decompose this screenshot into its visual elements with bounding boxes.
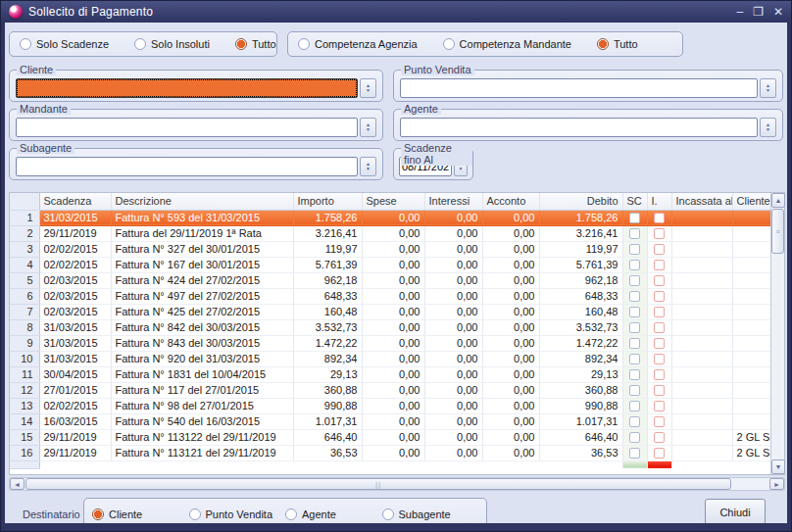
i-checkbox[interactable] bbox=[654, 307, 665, 317]
horizontal-scroll-thumb[interactable]: || bbox=[25, 478, 731, 490]
column-header-I.[interactable]: I. bbox=[647, 193, 671, 210]
sc-checkbox[interactable] bbox=[629, 307, 640, 317]
radio-tutto[interactable]: Tutto bbox=[597, 38, 638, 50]
i-checkbox[interactable] bbox=[654, 385, 665, 396]
sc-checkbox[interactable] bbox=[629, 260, 640, 270]
sc-checkbox[interactable] bbox=[629, 369, 640, 380]
maximize-icon[interactable]: ❐ bbox=[753, 6, 764, 18]
i-checkbox[interactable] bbox=[654, 213, 665, 223]
radio-solo-scadenze[interactable]: Solo Scadenze bbox=[20, 38, 109, 50]
i-checkbox[interactable] bbox=[654, 338, 665, 349]
table-row[interactable]: 931/03/2015Fattura N° 843 del 30/03/2015… bbox=[10, 335, 771, 351]
sc-checkbox[interactable] bbox=[629, 385, 640, 396]
sc-checkbox[interactable] bbox=[629, 354, 640, 364]
radio-punto-vendita[interactable]: Punto Vendita bbox=[189, 508, 286, 520]
vertical-scroll-thumb[interactable]: ≡ bbox=[771, 209, 784, 254]
chiudi-button[interactable]: Chiudi bbox=[705, 499, 766, 523]
table-row[interactable]: 1227/01/2015Fattura N° 117 del 27/01/201… bbox=[10, 382, 771, 398]
column-header-Cliente[interactable]: Cliente bbox=[732, 193, 771, 210]
cell-interessi: 0,00 bbox=[424, 429, 482, 445]
column-header-Descrizione[interactable]: Descrizione bbox=[111, 193, 293, 210]
table-row[interactable]: 131/03/2015Fattura N° 593 del 31/03/2015… bbox=[10, 210, 771, 225]
table-row[interactable]: 702/03/2015Fattura N° 425 del 27/02/2015… bbox=[10, 304, 771, 319]
column-header-Incassata al[interactable]: Incassata al bbox=[671, 193, 732, 210]
vertical-scrollbar[interactable]: ▲ ≡ ▼ bbox=[770, 193, 784, 474]
table-row[interactable]: 229/11/2019Fattura del 29/11/2019 1ª Rat… bbox=[10, 225, 771, 241]
minimize-icon[interactable]: – bbox=[736, 6, 743, 18]
table-row[interactable]: 602/03/2015Fattura N° 497 del 27/02/2015… bbox=[10, 288, 771, 304]
i-checkbox[interactable] bbox=[654, 260, 665, 270]
scroll-left-icon[interactable]: ◄ bbox=[10, 478, 25, 490]
sc-checkbox[interactable] bbox=[629, 228, 640, 239]
i-checkbox[interactable] bbox=[654, 369, 665, 380]
radio-cliente[interactable]: Cliente bbox=[92, 508, 189, 520]
column-header-Scadenza[interactable]: Scadenza bbox=[39, 193, 111, 210]
table-row[interactable]: 402/02/2015Fattura N° 167 del 30/01/2015… bbox=[10, 257, 771, 272]
cell-sc bbox=[622, 225, 647, 241]
scroll-right-icon[interactable]: ► bbox=[769, 478, 784, 490]
sc-checkbox[interactable] bbox=[629, 291, 640, 302]
horizontal-scrollbar[interactable]: ◄ || ► bbox=[9, 477, 785, 491]
scroll-down-icon[interactable]: ▼ bbox=[771, 459, 785, 474]
sc-checkbox[interactable] bbox=[629, 416, 640, 427]
sc-checkbox[interactable] bbox=[629, 432, 640, 443]
table-row[interactable]: 302/02/2015Fattura N° 327 del 30/01/2015… bbox=[10, 241, 771, 257]
column-header-Interessi[interactable]: Interessi bbox=[424, 193, 482, 210]
cell-incassata_al bbox=[671, 304, 732, 319]
column-header-Acconto[interactable]: Acconto bbox=[482, 193, 539, 210]
i-checkbox[interactable] bbox=[654, 448, 665, 459]
i-checkbox[interactable] bbox=[654, 354, 665, 364]
scroll-up-icon[interactable]: ▲ bbox=[771, 193, 785, 208]
column-header-Importo[interactable]: Importo bbox=[293, 193, 362, 210]
radio-subagente[interactable]: Subagente bbox=[382, 508, 479, 520]
sc-checkbox[interactable] bbox=[629, 401, 640, 411]
subagente-spinner[interactable]: ▲▼ bbox=[360, 157, 376, 176]
table-row[interactable]: 502/03/2015Fattura N° 424 del 27/02/2015… bbox=[10, 272, 771, 288]
radio-agente[interactable]: Agente bbox=[285, 508, 382, 520]
table-row[interactable]: 1629/11/2019Fattura N° 113121 del 29/11/… bbox=[10, 445, 771, 460]
cell-spese: 0,00 bbox=[362, 335, 424, 351]
table-row[interactable]: 1302/02/2015Fattura N° 98 del 27/01/2015… bbox=[10, 398, 771, 413]
cell-cliente: 2 GL SICU bbox=[732, 445, 771, 460]
table-row[interactable]: 831/03/2015Fattura N° 842 del 30/03/2015… bbox=[10, 319, 771, 335]
agente-input[interactable] bbox=[400, 118, 758, 137]
title-bar[interactable]: Sollecito di Pagamento – ❐ ✕ bbox=[1, 1, 791, 23]
i-checkbox[interactable] bbox=[654, 228, 665, 239]
i-checkbox[interactable] bbox=[654, 275, 665, 286]
punto-vendita-spinner[interactable]: ▲▼ bbox=[760, 78, 776, 98]
radio-solo-insoluti[interactable]: Solo Insoluti bbox=[134, 38, 210, 50]
column-header-rownum[interactable] bbox=[10, 193, 39, 210]
i-checkbox[interactable] bbox=[654, 244, 665, 255]
table-row[interactable]: 1416/03/2015Fattura N° 540 del 16/03/201… bbox=[10, 413, 771, 429]
column-header-SC[interactable]: SC bbox=[622, 193, 647, 210]
table-row[interactable]: 1031/03/2015Fattura N° 920 del 31/03/201… bbox=[10, 351, 771, 366]
sc-checkbox[interactable] bbox=[629, 338, 640, 349]
i-checkbox[interactable] bbox=[654, 432, 665, 443]
cell-importo: 892,34 bbox=[293, 351, 362, 366]
radio-tutto[interactable]: Tutto bbox=[235, 38, 276, 50]
radio-competenza-agenzia[interactable]: Competenza Agenzia bbox=[298, 38, 418, 50]
i-checkbox[interactable] bbox=[654, 416, 665, 427]
i-checkbox[interactable] bbox=[654, 401, 665, 411]
agente-spinner[interactable]: ▲▼ bbox=[760, 118, 776, 137]
cell-incassata_al bbox=[671, 351, 732, 366]
sc-checkbox[interactable] bbox=[629, 275, 640, 286]
subagente-input[interactable] bbox=[16, 157, 358, 176]
column-header-Debito[interactable]: Debito bbox=[539, 193, 622, 210]
table-row[interactable]: 1529/11/2019Fattura N° 113122 del 29/11/… bbox=[10, 429, 771, 445]
sc-checkbox[interactable] bbox=[629, 213, 640, 223]
close-icon[interactable]: ✕ bbox=[773, 6, 783, 18]
column-header-Spese[interactable]: Spese bbox=[362, 193, 424, 210]
mandante-input[interactable] bbox=[16, 118, 358, 137]
table-row[interactable]: 1130/04/2015Fattura N° 1831 del 10/04/20… bbox=[10, 366, 771, 382]
i-checkbox[interactable] bbox=[654, 291, 665, 302]
radio-competenza-mandante[interactable]: Competenza Mandante bbox=[443, 38, 571, 50]
punto-vendita-input[interactable] bbox=[400, 78, 758, 98]
sc-checkbox[interactable] bbox=[629, 244, 640, 255]
mandante-spinner[interactable]: ▲▼ bbox=[360, 118, 376, 137]
cliente-spinner[interactable]: ▲▼ bbox=[360, 78, 376, 98]
i-checkbox[interactable] bbox=[654, 322, 665, 333]
cliente-input[interactable] bbox=[16, 78, 358, 98]
sc-checkbox[interactable] bbox=[629, 448, 640, 459]
sc-checkbox[interactable] bbox=[629, 322, 640, 333]
